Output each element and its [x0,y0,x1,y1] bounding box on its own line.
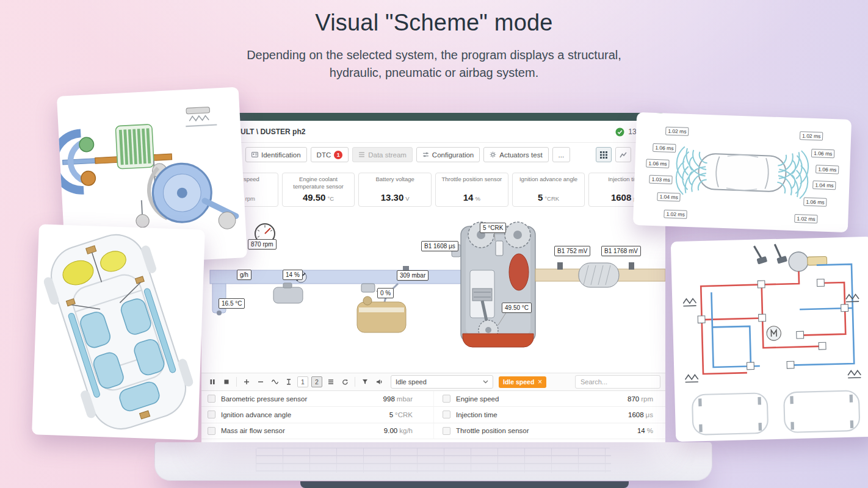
table-cell: Injection time 1608μs [433,407,665,422]
zoom-out-button[interactable] [255,376,267,388]
clutch-pack [115,124,154,169]
car-outlines [692,390,860,435]
laptop-front-edge [300,481,629,488]
row-checkbox[interactable] [208,411,215,418]
keyboard-keys [256,448,611,473]
speaker-icon [376,379,383,385]
hydraulic-circuit-blue [711,264,854,367]
tab-identification[interactable]: Identification [245,147,307,162]
view-2-button[interactable]: 2 [311,376,322,387]
line-chart-icon [620,151,627,159]
tab-more[interactable]: ... [552,147,571,162]
app-titlebar [201,113,665,121]
selector-valve [185,107,217,126]
chevron-down-icon [483,380,488,384]
spark-plug [496,241,503,256]
minus-icon [258,379,264,385]
parameter-group-select[interactable]: Idle speed [391,375,493,389]
pause-button[interactable] [206,376,219,388]
row-checkbox[interactable] [208,427,215,435]
search-input[interactable] [575,375,660,389]
gear-icon [490,151,496,158]
label-mass-air-flow: g/h [237,270,251,280]
refresh-button[interactable] [339,376,351,388]
close-icon[interactable]: × [538,378,542,386]
page: Visual "Scheme" mode Depending on the se… [0,0,868,488]
airbag-scheme-card [32,224,205,440]
sensor-time-label: 1.02 ms [794,214,818,223]
purge-valve [361,284,375,292]
car-wheels [700,395,852,432]
oil-pan [463,334,533,347]
label-ignition-advance: 5 °CRK [480,223,506,233]
list-view-button[interactable] [325,376,337,388]
sensor-time-label: 1.06 ms [816,165,839,174]
exhaust-manifold [509,254,529,290]
sensor-card-throttle-position[interactable]: Throttle position sensor 14% [435,173,508,207]
engine-scheme-view: 870 rpm B1 1608 μs 5 °CRK B1 752 mV B1 1… [201,209,665,373]
filter-button[interactable] [359,376,371,388]
sensor-time-label: 1.04 ms [812,181,836,190]
laptop-keyboard-base [154,442,712,481]
pedal-assembly [754,243,827,273]
table-row: Barometric pressure sensor 998mbar Engin… [201,391,665,407]
row-checkbox[interactable] [443,411,450,418]
label-throttle-position: 14 % [283,270,303,280]
wave-icon [272,379,278,385]
scheme-view-button[interactable] [596,147,612,162]
list-icon [328,379,334,385]
sensor-time-label: 1.06 ms [811,149,835,158]
tab-configuration[interactable]: Configuration [416,147,480,162]
brake-hydraulic-schematic [671,237,868,442]
parking-sensors-card: 1.02 ms 1.06 ms 1.06 ms 1.03 ms 1.04 ms … [633,112,852,232]
tab-actuators-test[interactable]: Actuators test [483,147,548,162]
label-injection-time: B1 1608 μs [421,241,458,251]
funnel-icon [362,379,368,385]
grid-icon [600,151,607,159]
master-cylinder [808,256,827,265]
stop-button[interactable] [220,376,233,388]
airbag-schematic [32,224,205,440]
lambda-sensor-downstream [629,262,634,270]
label-purge-valve: 0 % [377,288,394,298]
interval-button[interactable] [283,376,295,388]
hydraulic-circuit-red [701,270,847,374]
sensor-cards-row: Engine speed 870rpm Engine coolant tempe… [201,173,665,207]
laptop-screen: RENAULT \ DUSTER ph2 13. Identifica [201,113,665,442]
catalytic-converter [579,263,619,287]
tab-dtc[interactable]: DTC 1 [311,147,349,162]
label-lambda-upstream: B1 752 mV [554,246,590,256]
smooth-curve-button[interactable] [269,376,281,388]
row-checkbox[interactable] [208,395,215,403]
view-1-button[interactable]: 1 [297,376,308,387]
graph-view-button[interactable] [615,147,631,162]
engine-block [461,222,535,347]
table-row: Ignition advance angle 5°CRK Injection t… [201,407,665,423]
sliders-icon [422,151,429,158]
row-checkbox[interactable] [443,427,450,435]
tab-data-stream[interactable]: Data stream [352,147,413,162]
sensor-card-coolant-temp[interactable]: Engine coolant temperature sensor 49.50°… [282,173,355,207]
subtitle-line-2: hydraulic, pneumatic or airbag system. [0,64,868,82]
sensor-time-label: 1.04 ms [657,192,681,201]
interval-icon [286,379,292,385]
stop-icon [223,379,230,385]
label-lambda-downstream: B1 1768 mV [601,246,641,256]
filter-chip-idle-speed[interactable]: Idle speed × [499,376,546,388]
car-top-view [698,153,787,192]
check-circle-icon [615,127,624,137]
sound-button[interactable] [373,376,385,388]
table-row: Mass air flow sensor 9.00kg/h Throttle p… [201,423,665,439]
row-checkbox[interactable] [443,395,450,403]
plus-icon [244,379,250,385]
zoom-in-button[interactable] [241,376,253,388]
app-header: RENAULT \ DUSTER ph2 13. [201,121,665,143]
pause-icon [209,379,215,385]
list-icon [358,151,365,158]
iat-sensor [217,310,222,315]
coolant-tank [357,296,406,332]
sensor-card-ignition-advance[interactable]: Ignition advance angle 5°CRK [512,173,585,207]
page-title: Visual "Scheme" mode [0,10,868,36]
valve-blocks [697,279,850,371]
sensor-card-battery-voltage[interactable]: Battery voltage 13.30V [358,173,432,207]
